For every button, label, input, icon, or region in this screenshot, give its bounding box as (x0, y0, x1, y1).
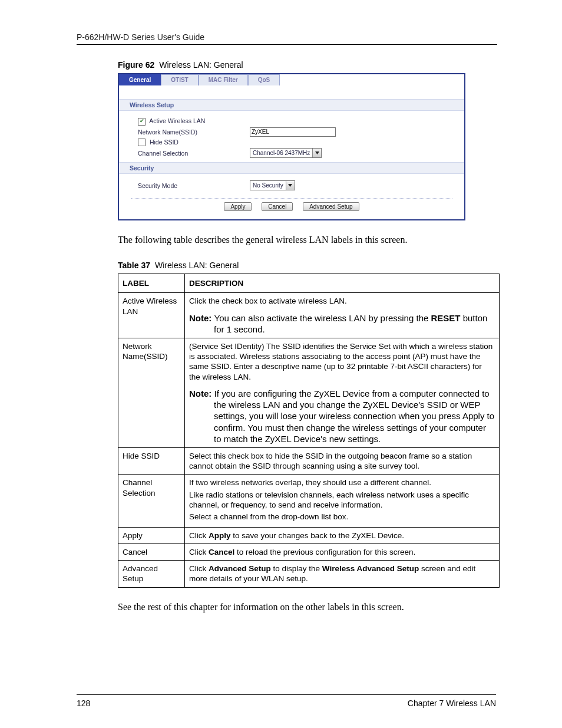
cell-label: Channel Selection (118, 475, 185, 527)
table-title: Wireless LAN: General (155, 261, 239, 270)
desc-bold: Cancel (209, 548, 234, 556)
tab-qos[interactable]: QoS (248, 74, 280, 85)
page-footer: 128 Chapter 7 Wireless LAN (77, 694, 496, 708)
button-bar: Apply Cancel Advanced Setup (131, 198, 452, 219)
desc-p3: Select a channel from the drop-down list… (189, 512, 495, 522)
col-label: LABEL (118, 274, 185, 293)
footer-rule (77, 694, 496, 695)
labels-table: LABEL DESCRIPTION Active Wireless LAN Cl… (118, 274, 500, 588)
tab-strip: GeneralOTISTMAC FilterQoS (119, 74, 464, 86)
desc-post: to save your changes back to the ZyXEL D… (231, 531, 404, 540)
section-security: Security (119, 162, 464, 174)
cell-label: Active Wireless LAN (118, 293, 185, 338)
col-description: DESCRIPTION (185, 274, 500, 293)
table-row: Active Wireless LAN Click the check box … (118, 293, 500, 338)
section-wireless-setup: Wireless Setup (119, 99, 464, 111)
table-label: Table 37 (118, 261, 150, 270)
desc-mid: to display the (271, 564, 322, 573)
cell-label: Network Name(SSID) (118, 338, 185, 447)
desc-bold2: Wireless Advanced Setup (322, 564, 419, 573)
security-mode-select[interactable]: No Security (250, 180, 295, 190)
note-lead: Note: (189, 388, 214, 398)
cell-description: Select this check box to hide the SSID i… (185, 447, 500, 475)
note-text-a: You can also activate the wireless LAN b… (214, 313, 431, 323)
cell-label: Hide SSID (118, 447, 185, 475)
desc-pre: Click (189, 531, 209, 540)
security-mode-label: Security Mode (127, 182, 250, 189)
chevron-down-icon (312, 149, 321, 157)
chapter-label: Chapter 7 Wireless LAN (408, 699, 496, 708)
header-rule (77, 44, 497, 45)
cell-label: Cancel (118, 543, 185, 560)
desc-bold1: Advanced Setup (209, 564, 271, 573)
desc-p2: Like radio stations or television channe… (189, 490, 495, 510)
ssid-input[interactable] (250, 127, 336, 137)
desc-text: Click the check box to activate wireless… (189, 296, 495, 306)
active-wlan-checkbox[interactable]: ✔ (138, 118, 146, 126)
cell-description: Click Advanced Setup to display the Wire… (185, 561, 500, 588)
note-text: If you are configuring the ZyXEL Device … (214, 388, 494, 444)
active-wlan-label: Active Wireless LAN (149, 117, 205, 124)
page-number: 128 (77, 699, 90, 708)
figure-caption: Figure 62Wireless LAN: General (118, 60, 497, 70)
desc-pre: Click (189, 548, 209, 556)
hide-ssid-label: Hide SSID (150, 139, 178, 146)
tab-general[interactable]: General (119, 74, 161, 85)
outro-paragraph: See the rest of this chapter for informa… (118, 601, 497, 614)
desc-p1: If two wireless networks overlap, they s… (189, 477, 495, 487)
table-row: Apply Click Apply to save your changes b… (118, 527, 500, 543)
cell-label: Advanced Setup (118, 561, 185, 588)
note-lead: Note: (189, 313, 214, 323)
channel-select[interactable]: Channel-06 2437MHz (250, 148, 322, 158)
apply-button[interactable]: Apply (224, 202, 252, 211)
running-header: P-662H/HW-D Series User's Guide (77, 32, 497, 42)
chevron-down-icon (286, 181, 295, 190)
advanced-setup-button[interactable]: Advanced Setup (303, 202, 359, 211)
cell-description: If two wireless networks overlap, they s… (185, 475, 500, 527)
channel-select-value: Channel-06 2437MHz (250, 150, 312, 156)
channel-label: Channel Selection (127, 150, 250, 157)
desc-bold: Apply (209, 531, 231, 540)
intro-paragraph: The following table describes the genera… (118, 233, 497, 246)
cell-description: Click the check box to activate wireless… (185, 293, 500, 338)
ssid-label: Network Name(SSID) (127, 129, 250, 136)
figure-title: Wireless LAN: General (159, 60, 243, 70)
cell-label: Apply (118, 527, 185, 543)
desc-text: (Service Set IDentity) The SSID identifi… (189, 341, 495, 382)
note-block: Note: You can also activate the wireless… (189, 312, 495, 335)
wireless-lan-panel: GeneralOTISTMAC FilterQoS Wireless Setup… (118, 73, 465, 220)
table-caption: Table 37Wireless LAN: General (118, 261, 497, 270)
hide-ssid-checkbox[interactable] (138, 139, 146, 146)
cancel-button[interactable]: Cancel (262, 202, 293, 211)
table-row: Advanced Setup Click Advanced Setup to d… (118, 561, 500, 588)
cell-description: Click Apply to save your changes back to… (185, 527, 500, 543)
security-mode-value: No Security (250, 182, 286, 189)
table-row: Hide SSID Select this check box to hide … (118, 447, 500, 475)
table-row: Network Name(SSID) (Service Set IDentity… (118, 338, 500, 447)
cell-description: Click Cancel to reload the previous conf… (185, 543, 500, 560)
tab-otist[interactable]: OTIST (161, 74, 198, 85)
table-row: Cancel Click Cancel to reload the previo… (118, 543, 500, 560)
table-row: Channel Selection If two wireless networ… (118, 475, 500, 527)
cell-description: (Service Set IDentity) The SSID identifi… (185, 338, 500, 447)
desc-post: to reload the previous configuration for… (234, 548, 415, 556)
note-bold: RESET (431, 313, 460, 323)
table-header-row: LABEL DESCRIPTION (118, 274, 500, 293)
tab-mac-filter[interactable]: MAC Filter (199, 74, 248, 85)
figure-label: Figure 62 (118, 60, 154, 70)
desc-pre: Click (189, 564, 209, 573)
note-block: Note: If you are configuring the ZyXEL D… (189, 388, 495, 444)
